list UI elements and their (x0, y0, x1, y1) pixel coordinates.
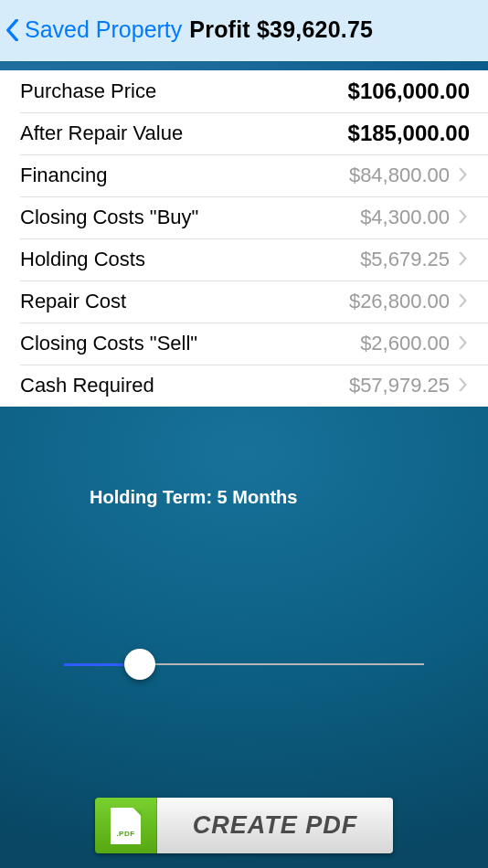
holding-term-slider[interactable] (64, 646, 424, 683)
row-label: Closing Costs "Buy" (20, 206, 360, 229)
chevron-left-icon (5, 19, 22, 41)
row-closing-costs-sell[interactable]: Closing Costs "Sell"$2,600.00 (0, 323, 488, 365)
row-value: $84,800.00 (349, 164, 450, 187)
chevron-right-icon (459, 293, 470, 310)
row-after-repair-value: After Repair Value$185,000.00 (0, 112, 488, 154)
holding-term-label: Holding Term: 5 Months (90, 487, 297, 508)
chevron-right-icon (459, 377, 470, 394)
create-pdf-label: CREATE PDF (157, 798, 393, 853)
pdf-icon-ext: .PDF (111, 830, 141, 838)
row-value: $5,679.25 (360, 248, 450, 271)
row-label: Purchase Price (20, 79, 348, 103)
row-holding-costs[interactable]: Holding Costs$5,679.25 (0, 238, 488, 281)
chevron-right-icon (459, 251, 470, 268)
chevron-right-icon (459, 167, 470, 184)
row-label: Repair Cost (20, 290, 349, 313)
slider-thumb[interactable] (124, 649, 155, 680)
chevron-right-icon (459, 209, 470, 226)
pdf-icon: .PDF (95, 798, 157, 853)
row-label: After Repair Value (20, 122, 348, 145)
page-title-prefix: Profit (189, 16, 249, 42)
row-cash-required[interactable]: Cash Required$57,979.25 (0, 365, 488, 407)
property-rows: Purchase Price$106,000.00After Repair Va… (0, 70, 488, 407)
row-label: Financing (20, 164, 349, 187)
row-label: Closing Costs "Sell" (20, 332, 360, 355)
page-title: Profit $39,620.75 (189, 16, 479, 43)
back-button[interactable]: Saved Property (5, 16, 182, 43)
row-value: $4,300.00 (360, 206, 450, 229)
row-financing[interactable]: Financing$84,800.00 (0, 154, 488, 196)
accent-strip (0, 61, 488, 70)
chevron-right-icon (459, 335, 470, 352)
row-repair-cost[interactable]: Repair Cost$26,800.00 (0, 281, 488, 323)
row-label: Holding Costs (20, 248, 360, 271)
row-closing-costs-buy[interactable]: Closing Costs "Buy"$4,300.00 (0, 196, 488, 238)
page-title-value: $39,620.75 (257, 16, 373, 42)
row-value: $106,000.00 (348, 79, 470, 104)
row-value: $185,000.00 (348, 121, 470, 146)
row-label: Cash Required (20, 374, 349, 397)
back-button-label: Saved Property (25, 16, 182, 43)
row-purchase-price: Purchase Price$106,000.00 (0, 70, 488, 112)
row-value: $2,600.00 (360, 332, 450, 355)
row-value: $57,979.25 (349, 374, 450, 397)
nav-bar: Saved Property Profit $39,620.75 (0, 0, 488, 61)
bottom-panel: Holding Term: 5 Months .PDF CREATE PDF (0, 407, 488, 868)
create-pdf-button[interactable]: .PDF CREATE PDF (95, 798, 393, 853)
row-value: $26,800.00 (349, 290, 450, 313)
